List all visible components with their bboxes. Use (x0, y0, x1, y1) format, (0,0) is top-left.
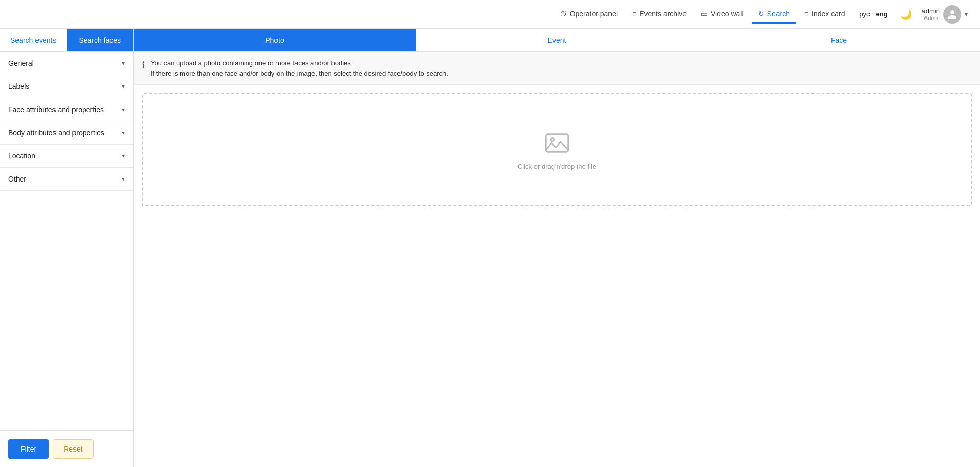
info-line-2: If there is more than one face and/or bo… (151, 68, 448, 79)
chevron-down-icon-location: ▾ (122, 152, 125, 159)
theme-toggle-button[interactable]: 🌙 (896, 7, 916, 22)
filter-section-other: Other ▾ (0, 168, 133, 191)
dropzone-label: Click or drag'n'drop the file (517, 163, 596, 170)
language-switcher: рус eng (854, 8, 894, 20)
svg-rect-0 (546, 134, 568, 152)
filter-section-general: General ▾ (0, 52, 133, 75)
user-role: Admin (924, 15, 940, 21)
tab-face[interactable]: Face (698, 29, 980, 51)
lang-rus[interactable]: рус (858, 8, 872, 20)
image-upload-icon (544, 130, 570, 156)
filter-section-body-attributes-header[interactable]: Body attributes and properties ▾ (0, 121, 133, 144)
filter-section-face-attributes: Face attributes and properties ▾ (0, 98, 133, 121)
filter-section-general-header[interactable]: General ▾ (0, 52, 133, 75)
info-text: You can upload a photo containing one or… (151, 58, 448, 78)
user-name: admin (922, 7, 940, 15)
clock-icon: ⏱ (560, 10, 567, 18)
filter-section-labels-label: Labels (8, 82, 29, 91)
filter-sections: General ▾ Labels ▾ Face attributes and p… (0, 52, 133, 430)
reset-button[interactable]: Reset (53, 439, 94, 459)
tab-photo[interactable]: Photo (134, 29, 416, 51)
nav-operator-panel-label: Operator panel (570, 10, 618, 18)
user-menu-chevron: ▾ (965, 11, 968, 18)
filter-section-general-label: General (8, 59, 34, 67)
upload-dropzone[interactable]: Click or drag'n'drop the file (142, 93, 972, 206)
chevron-down-icon-face-attributes: ▾ (122, 106, 125, 113)
nav-search-label: Search (767, 10, 790, 18)
svg-point-1 (551, 138, 554, 141)
filter-section-location-header[interactable]: Location ▾ (0, 145, 133, 167)
sub-tabs: Photo Event Face (134, 29, 980, 52)
filter-section-location-label: Location (8, 152, 35, 160)
top-navigation: ⏱ Operator panel ≡ Events archive ▭ Vide… (0, 0, 980, 29)
main-content: Photo Event Face ℹ You can upload a phot… (134, 29, 980, 467)
chevron-down-icon-other: ▾ (122, 175, 125, 183)
nav-video-wall-label: Video wall (711, 10, 744, 18)
nav-search[interactable]: ↻ Search (752, 6, 796, 24)
filter-section-other-header[interactable]: Other ▾ (0, 168, 133, 190)
user-avatar (943, 5, 961, 24)
nav-video-wall[interactable]: ▭ Video wall (695, 6, 750, 24)
chevron-down-icon-body-attributes: ▾ (122, 129, 125, 136)
filter-section-body-attributes: Body attributes and properties ▾ (0, 121, 133, 145)
nav-operator-panel[interactable]: ⏱ Operator panel (553, 6, 624, 24)
filter-section-labels: Labels ▾ (0, 75, 133, 98)
search-toggle-group: Search events Search faces (0, 29, 133, 52)
filter-section-face-attributes-header[interactable]: Face attributes and properties ▾ (0, 98, 133, 121)
search-events-toggle[interactable]: Search events (0, 29, 67, 51)
filter-section-face-attributes-label: Face attributes and properties (8, 105, 104, 114)
search-faces-toggle[interactable]: Search faces (67, 29, 134, 51)
nav-index-card-label: Index card (811, 10, 845, 18)
nav-events-archive[interactable]: ≡ Events archive (626, 6, 693, 24)
filter-button[interactable]: Filter (8, 439, 49, 459)
info-bar: ℹ You can upload a photo containing one … (134, 52, 980, 85)
user-menu[interactable]: admin Admin ▾ (918, 5, 972, 24)
nav-index-card[interactable]: ≡ Index card (798, 6, 852, 24)
monitor-icon: ▭ (701, 10, 708, 18)
info-icon: ℹ (142, 59, 145, 73)
sidebar-actions: Filter Reset (0, 430, 133, 467)
lang-eng[interactable]: eng (874, 8, 890, 20)
filter-section-labels-header[interactable]: Labels ▾ (0, 75, 133, 98)
index-card-icon: ≡ (804, 10, 808, 18)
sidebar: Search events Search faces General ▾ Lab… (0, 29, 134, 467)
chevron-down-icon-labels: ▾ (122, 83, 125, 90)
filter-section-other-label: Other (8, 175, 26, 183)
chevron-down-icon-general: ▾ (122, 60, 125, 67)
search-nav-icon: ↻ (758, 10, 764, 18)
filter-section-location: Location ▾ (0, 145, 133, 168)
info-line-1: You can upload a photo containing one or… (151, 58, 448, 68)
menu-icon: ≡ (632, 10, 636, 18)
tab-event[interactable]: Event (416, 29, 698, 51)
filter-section-body-attributes-label: Body attributes and properties (8, 129, 104, 137)
app-layout: Search events Search faces General ▾ Lab… (0, 29, 980, 467)
nav-events-archive-label: Events archive (639, 10, 687, 18)
upload-area-wrapper: Click or drag'n'drop the file (134, 85, 980, 467)
